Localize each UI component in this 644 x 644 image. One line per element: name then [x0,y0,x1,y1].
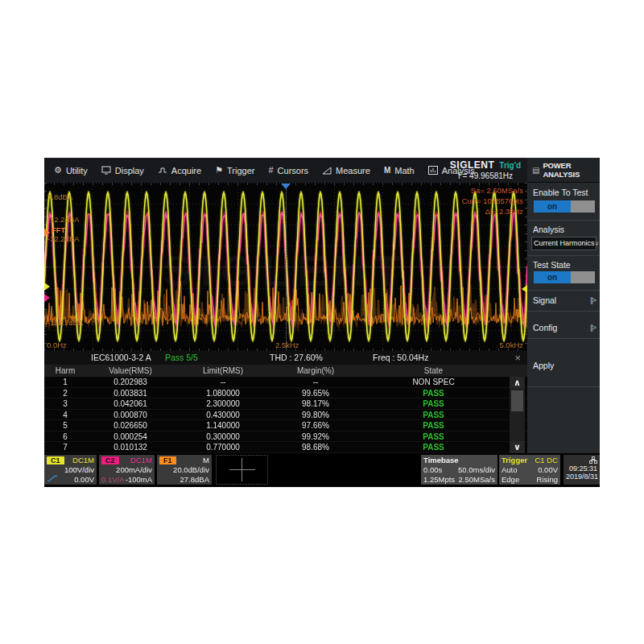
table-cell: 1.080000 [175,388,271,398]
clock-date: 2019/8/31 [566,473,597,481]
table-cell: 0.300000 [175,431,271,442]
channel1-position-marker[interactable] [44,283,50,291]
test-state-toggle[interactable]: on [534,271,595,283]
scroll-down-icon[interactable]: ∨ [510,441,525,453]
table-body: 10.202983----NON SPEC20.0038311.08000099… [44,377,527,453]
menu-item-label: Math [394,166,414,175]
table-cell: 1.140000 [175,420,271,431]
menu-item-display[interactable]: Display [101,166,144,175]
menu-item-label: Trigger [227,166,254,175]
apply-button[interactable]: Apply [527,357,600,374]
menu-item-utility[interactable]: ⚙Utility [54,166,88,175]
crosshair-handle[interactable] [216,455,268,485]
table-row: 20.0038311.08000099.65%PASS [44,388,527,399]
table-row: 70.0101320.77000098.68%PASS [44,442,527,453]
timebase-scale: 50.0ms/div [458,465,495,475]
scrollbar-thumb[interactable] [511,390,523,411]
scroll-up-icon[interactable]: ∧ [510,377,525,389]
table-cell: PASS [360,410,507,420]
table-cell: NON SPEC [360,377,507,387]
channel1-status-box[interactable]: C1 DC1M 100V/div 0.00V [44,455,97,485]
enable-to-test-toggle[interactable]: on [534,200,595,213]
table-row: 60.0002540.30000099.92%PASS [44,431,527,443]
timebase-points: 1.25Mpts [423,475,455,485]
panel-title: POWER ANALYSIS [543,161,600,179]
menu-item-acquire[interactable]: Acquire [158,166,201,175]
sample-rate-label: Sa= 2.50MSa/s [471,186,523,195]
channel2-status-box[interactable]: C2 DC1M 200mA/div 0.1V/A -100mA [99,455,155,485]
delta-f-label: Δf= 2.38Hz [485,207,523,216]
submenu-arrow-icon: ||> [590,319,596,336]
waveform-display[interactable]: SIGLENT 7.8dBA FFT -12.2dBA -32.2dBA -11… [44,183,527,351]
table-cell: PASS [360,431,507,442]
table-row: 40.0008700.43000099.80%PASS [44,410,527,421]
acquire-icon [158,166,167,175]
config-menu-item[interactable]: Config ||> [527,319,600,336]
menu-item-measure[interactable]: Measure [322,166,370,175]
trigger-flag-icon: ⚑ [215,166,223,175]
freq-axis-mid: 2.5kHz [275,341,299,349]
table-cell: 2.300000 [175,398,271,409]
timebase-delay: 0.00s [423,465,442,475]
menu-item-trigger[interactable]: ⚑Trigger [215,166,254,175]
channel1-coupling: DC1M [72,456,94,465]
column-header: Margin(%) [271,365,360,377]
toggle-on-label: on [534,200,571,213]
table-scrollbar[interactable]: ∧ ∨ [510,377,525,453]
fft-trace-label: FFT [52,225,65,234]
chevron-down-icon: ∨ [595,237,600,250]
signal-menu-item[interactable]: Signal ||> [527,291,600,309]
column-header: Value(RMS) [86,365,175,377]
pass-count-label: Pass 5/5 [165,351,198,365]
frequency-counter: f = 49.96581Hz [444,171,527,180]
math-scale: 20.0dB/div [173,465,209,475]
analysis-label: Analysis [533,225,564,234]
measure-icon [322,166,332,175]
menu-item-label: Measure [336,166,370,175]
table-cell: 0.010132 [86,442,175,452]
trigger-status: Trig'd [499,161,521,170]
table-cell: 0.000254 [86,431,175,442]
thd-label: THD : 27.60% [270,351,323,365]
table-cell: 2 [44,388,86,398]
trigger-slope: Rising [537,475,558,485]
harmonics-table: IEC61000-3-2 A Pass 5/5 THD : 27.60% Fre… [44,351,527,453]
table-cell: 6 [44,431,86,442]
table-cell: -- [271,377,360,387]
trigger-status-box[interactable]: Trigger C1 DC Auto 0.00V Edge Rising [499,455,560,485]
siglent-logo: SIGLENT [450,159,495,171]
timebase-status-box[interactable]: Timebase 0.00s 50.0ms/div 1.25Mpts 2.50M… [421,455,497,485]
analysis-dropdown[interactable]: Current Harmonics ∨ [531,237,597,250]
fft-db-top-label: 7.8dBA [47,192,72,201]
timebase-title: Timebase [423,456,459,465]
datetime-box[interactable]: 09:25:31 2019/8/31 [564,455,600,485]
table-cell: 0.770000 [175,442,271,452]
trigger-delay-marker[interactable] [281,184,291,189]
table-row: 30.0420612.30000098.17%PASS [44,398,527,410]
math-status-box[interactable]: F1 M 20.0dB/div 27.8dBA [157,455,212,485]
column-header: State [360,365,507,377]
cursors-icon: # [268,166,273,175]
math-chip: F1 [159,456,176,464]
menu-item-label: Display [115,166,144,175]
status-bar: C1 DC1M 100V/div 0.00V C2 DC1M 200mA/div… [44,453,600,487]
fft-db-bottom-label: -112.2dBA [47,318,83,327]
gear-icon: ⚙ [54,166,62,175]
submenu-arrow-icon: ||> [590,291,596,309]
menu-item-math[interactable]: MMath [384,166,415,175]
timebase-srate: 2.50MSa/s [459,475,495,485]
trigger-level-marker[interactable] [522,285,527,293]
close-icon[interactable]: × [514,351,521,365]
power-analysis-panel: ▤ POWER ANALYSIS Enable To Test on Analy… [527,158,600,453]
channel2-position-marker[interactable] [44,294,50,302]
fft-db-minus2-label: -32.2dBA [47,234,80,243]
table-cell: 99.65% [271,388,360,398]
toggle-on-label: on [534,271,571,283]
analysis-icon [428,166,438,175]
trigger-type: Edge [502,475,519,485]
freq-label: Freq : 50.04Hz [373,351,428,365]
table-cell: PASS [360,420,507,431]
column-header: Harm [44,365,86,377]
test-state-label: Test State [533,260,571,270]
menu-item-cursors[interactable]: #Cursors [268,166,308,175]
